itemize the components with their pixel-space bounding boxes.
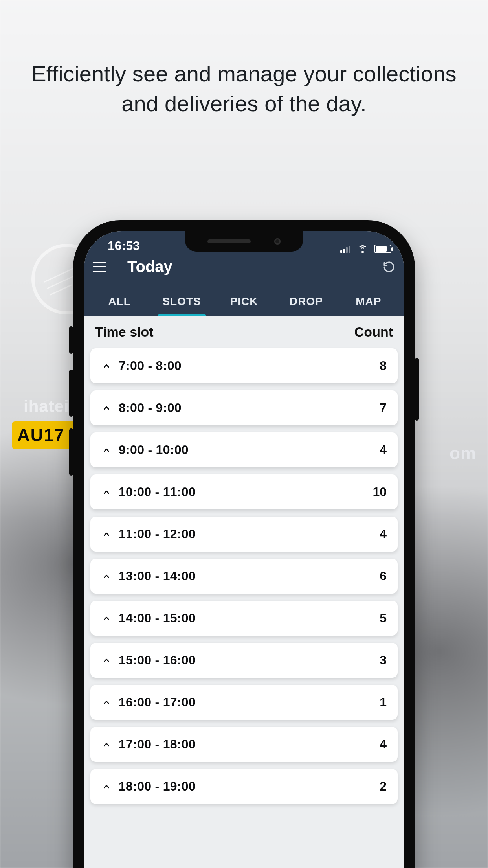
chevron-up-icon bbox=[101, 445, 112, 455]
slot-label: 18:00 - 19:00 bbox=[119, 779, 196, 794]
tab-label: PICK bbox=[230, 295, 258, 307]
slot-label: 15:00 - 16:00 bbox=[119, 653, 196, 668]
slot-label: 8:00 - 9:00 bbox=[119, 401, 182, 415]
slot-count: 6 bbox=[380, 569, 387, 583]
app-bar: Today bbox=[84, 256, 404, 281]
slot-row[interactable]: 11:00 - 12:004 bbox=[90, 517, 398, 552]
slot-count: 7 bbox=[380, 401, 387, 415]
slot-row[interactable]: 9:00 - 10:004 bbox=[90, 432, 398, 467]
slot-row[interactable]: 15:00 - 16:003 bbox=[90, 643, 398, 678]
slot-row[interactable]: 18:00 - 19:002 bbox=[90, 769, 398, 804]
power-button-icon bbox=[415, 358, 419, 421]
front-camera-icon bbox=[274, 238, 281, 245]
slot-count: 10 bbox=[372, 485, 387, 499]
slot-row[interactable]: 13:00 - 14:006 bbox=[90, 559, 398, 594]
tab-pick[interactable]: PICK bbox=[214, 288, 274, 316]
slot-label: 11:00 - 12:00 bbox=[119, 527, 196, 541]
volume-up-icon bbox=[69, 370, 73, 417]
phone-frame: 16:53 Today bbox=[73, 220, 415, 868]
speaker-icon bbox=[207, 239, 251, 243]
hero: Efficiently see and manage your collecti… bbox=[0, 59, 488, 118]
slot-label: 14:00 - 15:00 bbox=[119, 611, 196, 625]
slot-count: 4 bbox=[380, 737, 387, 752]
slot-row[interactable]: 8:00 - 9:007 bbox=[90, 390, 398, 425]
slot-row[interactable]: 16:00 - 17:001 bbox=[90, 685, 398, 720]
tab-drop[interactable]: DROP bbox=[276, 288, 336, 316]
cellular-icon bbox=[340, 245, 351, 253]
slot-label: 16:00 - 17:00 bbox=[119, 695, 196, 710]
chevron-up-icon bbox=[101, 697, 112, 708]
content: Time slot Count 7:00 - 8:0088:00 - 9:007… bbox=[84, 316, 404, 812]
chevron-up-icon bbox=[101, 487, 112, 497]
tab-label: DROP bbox=[290, 295, 323, 307]
phone-screen: 16:53 Today bbox=[84, 231, 404, 868]
refresh-button[interactable] bbox=[383, 261, 395, 273]
slot-count: 8 bbox=[380, 359, 387, 373]
tab-label: ALL bbox=[108, 295, 130, 307]
slot-label: 17:00 - 18:00 bbox=[119, 737, 196, 752]
slot-count: 5 bbox=[380, 611, 387, 625]
phone-notch bbox=[185, 231, 303, 252]
chevron-up-icon bbox=[101, 361, 112, 371]
chevron-up-icon bbox=[101, 571, 112, 581]
bg-left-text: ihatei bbox=[24, 397, 69, 416]
battery-icon bbox=[374, 245, 391, 253]
volume-down-icon bbox=[69, 428, 73, 476]
slot-count: 3 bbox=[380, 653, 387, 668]
mute-switch-icon bbox=[69, 326, 73, 354]
chevron-up-icon bbox=[101, 739, 112, 750]
list-header: Time slot Count bbox=[84, 316, 404, 348]
tab-slots[interactable]: SLOTS bbox=[152, 288, 211, 316]
slot-row[interactable]: 7:00 - 8:008 bbox=[90, 348, 398, 383]
slot-label: 13:00 - 14:00 bbox=[119, 569, 196, 583]
list-header-right: Count bbox=[354, 324, 393, 340]
bg-right-text: om bbox=[449, 443, 476, 463]
slot-count: 4 bbox=[380, 527, 387, 541]
tab-label: SLOTS bbox=[162, 295, 201, 307]
slot-list[interactable]: 7:00 - 8:0088:00 - 9:0079:00 - 10:00410:… bbox=[84, 348, 404, 804]
tab-label: MAP bbox=[356, 295, 381, 307]
chevron-up-icon bbox=[101, 613, 112, 623]
slot-count: 2 bbox=[380, 779, 387, 794]
chevron-up-icon bbox=[101, 529, 112, 539]
slot-count: 1 bbox=[380, 695, 387, 710]
slot-row[interactable]: 17:00 - 18:004 bbox=[90, 727, 398, 762]
tab-map[interactable]: MAP bbox=[339, 288, 398, 316]
tab-all[interactable]: ALL bbox=[90, 288, 149, 316]
slot-label: 10:00 - 11:00 bbox=[119, 485, 196, 499]
tabs: ALL SLOTS PICK DROP MAP bbox=[84, 281, 404, 316]
hero-headline: Efficiently see and manage your collecti… bbox=[20, 59, 468, 118]
chevron-up-icon bbox=[101, 655, 112, 666]
slot-label: 9:00 - 10:00 bbox=[119, 443, 189, 457]
menu-button[interactable] bbox=[93, 262, 106, 272]
slot-row[interactable]: 10:00 - 11:0010 bbox=[90, 474, 398, 509]
wifi-icon bbox=[357, 245, 369, 253]
page-title: Today bbox=[127, 258, 172, 276]
slot-count: 4 bbox=[380, 443, 387, 457]
slot-row[interactable]: 14:00 - 15:005 bbox=[90, 601, 398, 636]
chevron-up-icon bbox=[101, 782, 112, 792]
chevron-up-icon bbox=[101, 403, 112, 413]
slot-label: 7:00 - 8:00 bbox=[119, 359, 182, 373]
list-header-left: Time slot bbox=[95, 324, 154, 340]
